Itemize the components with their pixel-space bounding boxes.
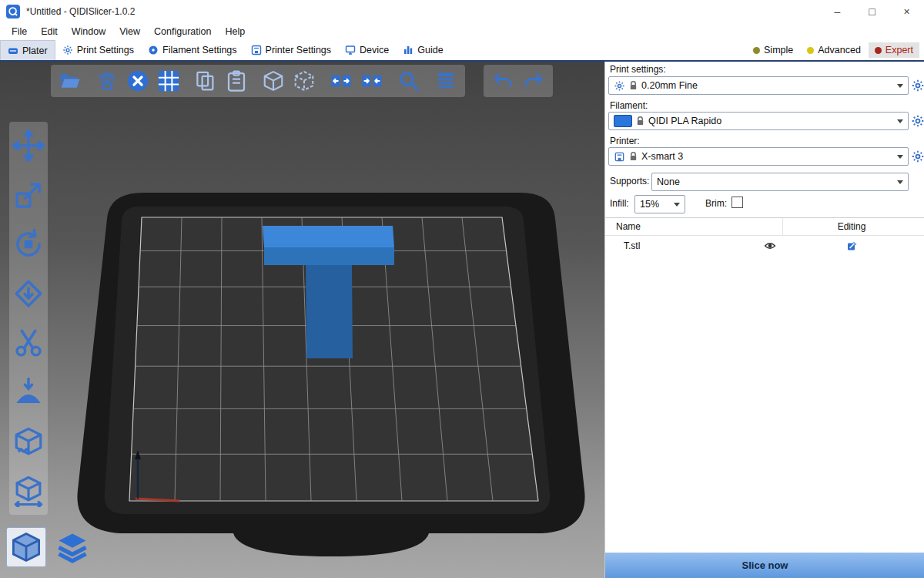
undo-icon[interactable] bbox=[491, 69, 514, 92]
printer-value: X-smart 3 bbox=[641, 151, 683, 162]
chevron-down-icon bbox=[897, 180, 903, 184]
object-list-header: Name Editing bbox=[605, 218, 924, 236]
lock-icon bbox=[629, 151, 638, 162]
open-file-icon[interactable] bbox=[59, 69, 82, 92]
model-stem-face[interactable] bbox=[306, 265, 353, 358]
viewport-3d-scene[interactable] bbox=[0, 62, 604, 578]
tab-filament-settings[interactable]: Filament Settings bbox=[141, 41, 244, 60]
menu-edit[interactable]: Edit bbox=[34, 26, 65, 37]
print-settings-combo[interactable]: 0.20mm Fine bbox=[608, 76, 909, 95]
gear-icon bbox=[614, 80, 625, 92]
object-editing-icon[interactable] bbox=[846, 240, 859, 252]
expert-mode-dot-icon bbox=[875, 47, 882, 54]
rotate-tool-icon[interactable] bbox=[12, 228, 45, 260]
tab-guide-label: Guide bbox=[417, 45, 443, 55]
menu-window[interactable]: Window bbox=[65, 26, 112, 37]
add-instance-icon[interactable] bbox=[262, 69, 285, 92]
close-button[interactable]: × bbox=[889, 0, 924, 23]
tab-plater[interactable]: Plater bbox=[0, 40, 55, 60]
fuzzy-skin-tool-icon[interactable] bbox=[12, 425, 45, 458]
filament-gear-button[interactable] bbox=[911, 114, 924, 128]
brim-label: Brim: bbox=[705, 198, 727, 209]
print-settings-value: 0.20mm Fine bbox=[641, 80, 698, 91]
model-top-face[interactable] bbox=[263, 226, 394, 247]
infill-label: Infill: bbox=[610, 198, 629, 209]
copy-icon[interactable] bbox=[194, 69, 217, 92]
name-column-header: Name bbox=[616, 221, 641, 232]
slice-now-button[interactable]: Slice now bbox=[605, 553, 924, 578]
print-settings-gear-button[interactable] bbox=[911, 79, 924, 92]
brim-checkbox[interactable] bbox=[732, 197, 743, 208]
mode-advanced[interactable]: Advanced bbox=[801, 42, 867, 58]
tab-plater-label: Plater bbox=[22, 45, 48, 56]
filament-label: Filament: bbox=[610, 100, 648, 111]
chevron-down-icon bbox=[674, 203, 680, 207]
menu-file[interactable]: File bbox=[5, 26, 34, 37]
measure-tool-icon[interactable] bbox=[12, 475, 45, 507]
paint-support-tool-icon[interactable] bbox=[12, 376, 45, 408]
editing-column-header: Editing bbox=[802, 221, 902, 232]
place-on-face-tool-icon[interactable] bbox=[12, 277, 45, 310]
supports-combo[interactable]: None bbox=[651, 173, 909, 191]
move-tool-icon[interactable] bbox=[12, 129, 45, 162]
variable-layer-height-icon[interactable] bbox=[434, 69, 457, 92]
visibility-eye-icon[interactable] bbox=[764, 240, 776, 252]
tab-device-label: Device bbox=[360, 45, 389, 55]
editor-3d-view-button[interactable] bbox=[6, 527, 46, 567]
menu-configuration[interactable]: Configuration bbox=[147, 26, 218, 37]
minimize-button[interactable]: – bbox=[820, 0, 855, 23]
printer-icon bbox=[614, 151, 625, 163]
titlebar: *Untitled - QIDISlicer-1.0.2 – □ × bbox=[0, 0, 924, 23]
supports-label: Supports: bbox=[610, 176, 649, 187]
menu-view[interactable]: View bbox=[112, 26, 147, 37]
filament-combo[interactable]: QIDI PLA Rapido bbox=[608, 112, 909, 130]
filament-value: QIDI PLA Rapido bbox=[648, 116, 721, 126]
top-toolbar bbox=[51, 65, 465, 97]
infill-combo[interactable]: 15% bbox=[634, 195, 685, 213]
redo-icon[interactable] bbox=[522, 69, 545, 92]
search-icon[interactable] bbox=[397, 69, 420, 92]
mode-expert[interactable]: Expert bbox=[869, 42, 919, 58]
tab-printer-settings[interactable]: Printer Settings bbox=[244, 41, 338, 60]
delete-all-icon[interactable] bbox=[126, 69, 149, 92]
tab-filament-settings-label: Filament Settings bbox=[162, 45, 237, 55]
window-controls: – □ × bbox=[820, 0, 924, 23]
filament-settings-icon bbox=[148, 45, 159, 55]
arrange-icon[interactable] bbox=[157, 69, 180, 92]
sidebar: Print settings: 0.20mm Fine Filament: QI… bbox=[604, 62, 924, 578]
cube-3d-icon bbox=[10, 531, 42, 563]
split-parts-icon[interactable] bbox=[360, 69, 383, 92]
supports-value: None bbox=[657, 176, 680, 187]
mode-simple[interactable]: Simple bbox=[747, 42, 799, 58]
guide-icon bbox=[403, 45, 413, 55]
printer-combo[interactable]: X-smart 3 bbox=[608, 147, 909, 166]
tab-device[interactable]: Device bbox=[338, 41, 396, 60]
maximize-button[interactable]: □ bbox=[855, 0, 889, 23]
scale-tool-icon[interactable] bbox=[12, 179, 45, 211]
view-toggles bbox=[6, 527, 92, 567]
tab-print-settings[interactable]: Print Settings bbox=[55, 41, 141, 60]
menu-help[interactable]: Help bbox=[218, 26, 252, 37]
preview-layers-view-button[interactable] bbox=[52, 527, 92, 567]
delete-icon[interactable] bbox=[95, 69, 119, 92]
object-list-row[interactable]: T.stl bbox=[605, 236, 924, 256]
simple-mode-dot-icon bbox=[753, 47, 760, 54]
layers-stack-icon bbox=[56, 531, 89, 563]
print-settings-label: Print settings: bbox=[610, 64, 666, 75]
printer-gear-button[interactable] bbox=[911, 150, 924, 163]
column-separator bbox=[782, 218, 783, 235]
viewport-3d[interactable] bbox=[0, 62, 604, 578]
lock-icon bbox=[636, 116, 644, 126]
plater-icon bbox=[8, 45, 18, 56]
chevron-down-icon bbox=[897, 119, 903, 123]
mode-switcher: Simple Advanced Expert bbox=[747, 42, 924, 58]
remove-instance-icon[interactable] bbox=[293, 69, 316, 92]
split-objects-icon[interactable] bbox=[330, 69, 353, 92]
left-toolbar bbox=[9, 122, 48, 515]
chevron-down-icon bbox=[897, 155, 903, 159]
model-front-face[interactable] bbox=[264, 247, 394, 265]
cut-tool-icon[interactable] bbox=[12, 327, 45, 359]
tab-guide[interactable]: Guide bbox=[396, 41, 450, 60]
filament-color-swatch bbox=[614, 115, 632, 127]
paste-icon[interactable] bbox=[225, 69, 248, 92]
